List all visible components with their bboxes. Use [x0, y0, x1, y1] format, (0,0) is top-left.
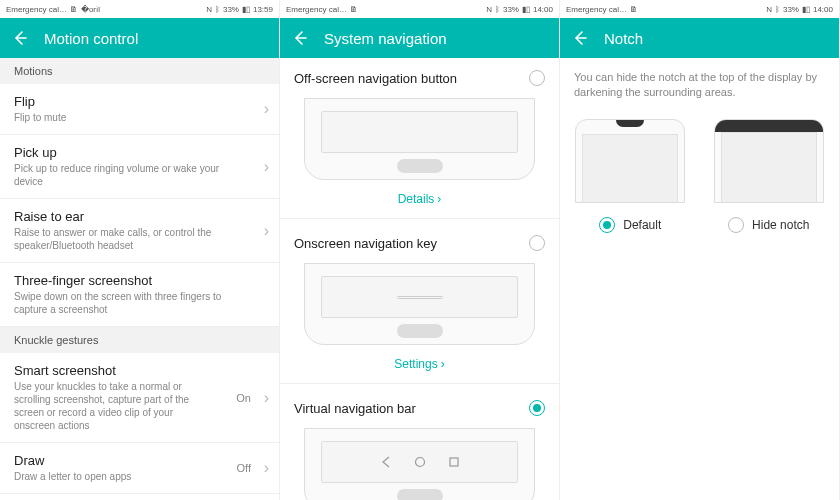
page-title: Notch	[604, 30, 643, 47]
sim-icon: 🗎	[350, 5, 358, 14]
option-label: Hide notch	[752, 218, 809, 232]
row-state: On	[236, 392, 251, 404]
bt-pct: 33%	[223, 5, 239, 14]
option-label: Onscreen navigation key	[294, 236, 437, 251]
row-splitscreen[interactable]: Split-screen gestureDraw a line across t…	[0, 494, 279, 500]
bt-icon: ᛒ	[775, 5, 780, 14]
notch-icon	[616, 120, 644, 127]
status-bar: Emergency cal…🗎 Nᛒ33%▮▯14:00	[280, 0, 559, 18]
section-knuckle: Knuckle gestures	[0, 327, 279, 353]
option-default[interactable]: Default	[566, 119, 695, 233]
status-bar: Emergency cal… 🗎 �огії N ᛒ33% ▮▯ 13:59	[0, 0, 279, 18]
nav-back-icon	[380, 456, 392, 468]
row-title: Smart screenshot	[14, 363, 212, 378]
details-link[interactable]: Details›	[280, 186, 559, 218]
option-hide-notch[interactable]: Hide notch	[705, 119, 834, 233]
back-button[interactable]	[292, 30, 308, 46]
status-emergency: Emergency cal…	[566, 5, 627, 14]
battery-icon: ▮▯	[802, 5, 810, 14]
row-sub: Raise to answer or make calls, or contro…	[14, 226, 241, 252]
chevron-right-icon: ›	[441, 357, 445, 371]
content[interactable]: Off-screen navigation button Details› On…	[280, 58, 559, 500]
divider	[280, 218, 559, 219]
chevron-right-icon: ›	[264, 459, 269, 477]
radio-selected[interactable]	[529, 400, 545, 416]
notch-options: Default Hide notch	[560, 119, 839, 233]
back-button[interactable]	[572, 30, 588, 46]
sim-icon: 🗎	[70, 5, 78, 14]
chevron-right-icon: ›	[264, 389, 269, 407]
bt-icon: ᛒ	[215, 5, 220, 14]
back-arrow-icon	[572, 30, 588, 46]
svg-point-0	[415, 458, 424, 467]
row-sub: Pick up to reduce ringing volume or wake…	[14, 162, 241, 188]
status-time: 14:00	[813, 5, 833, 14]
page-title: Motion control	[44, 30, 138, 47]
row-sub: Draw a letter to open apps	[14, 470, 213, 483]
home-pill-icon	[397, 324, 443, 338]
row-raise[interactable]: Raise to earRaise to answer or make call…	[0, 199, 279, 263]
row-state: Off	[237, 462, 251, 474]
battery-icon: ▮▯	[242, 5, 250, 14]
row-sub: Flip to mute	[14, 111, 241, 124]
battery-icon: ▮▯	[522, 5, 530, 14]
preview-onscreenkey	[304, 263, 535, 345]
nfc-icon: N	[206, 5, 212, 14]
chevron-right-icon: ›	[264, 158, 269, 176]
row-smart-screenshot[interactable]: Smart screenshotUse your knuckles to tak…	[0, 353, 279, 443]
screen-system-navigation: Emergency cal…🗎 Nᛒ33%▮▯14:00 System navi…	[280, 0, 560, 500]
bt-icon: ᛒ	[495, 5, 500, 14]
row-pickup[interactable]: Pick upPick up to reduce ringing volume …	[0, 135, 279, 199]
nfc-icon: N	[486, 5, 492, 14]
dark-bar-icon	[715, 120, 823, 132]
row-flip[interactable]: FlipFlip to mute ›	[0, 84, 279, 135]
status-emergency: Emergency cal…	[286, 5, 347, 14]
status-time: 13:59	[253, 5, 273, 14]
settings-link[interactable]: Settings›	[280, 351, 559, 383]
screen-notch: Emergency cal…🗎 Nᛒ33%▮▯14:00 Notch You c…	[560, 0, 840, 500]
nfc-icon: N	[766, 5, 772, 14]
status-bar: Emergency cal…🗎 Nᛒ33%▮▯14:00	[560, 0, 839, 18]
app-header: System navigation	[280, 18, 559, 58]
content[interactable]: You can hide the notch at the top of the…	[560, 58, 839, 500]
option-label: Default	[623, 218, 661, 232]
back-arrow-icon	[292, 30, 308, 46]
nav-home-icon	[414, 456, 426, 468]
option-label: Virtual navigation bar	[294, 401, 416, 416]
option-offscreen[interactable]: Off-screen navigation button	[280, 58, 559, 98]
preview-virtualbar	[304, 428, 535, 500]
content[interactable]: Motions FlipFlip to mute › Pick upPick u…	[0, 58, 279, 500]
sim-icon: 🗎	[630, 5, 638, 14]
nav-recent-icon	[448, 456, 460, 468]
status-time: 14:00	[533, 5, 553, 14]
divider	[280, 383, 559, 384]
screen-motion-control: Emergency cal… 🗎 �огії N ᛒ33% ▮▯ 13:59 M…	[0, 0, 280, 500]
radio-unselected[interactable]	[728, 217, 744, 233]
row-threefinger[interactable]: Three-finger screenshotSwipe down on the…	[0, 263, 279, 327]
radio-unselected[interactable]	[529, 70, 545, 86]
chevron-right-icon: ›	[437, 192, 441, 206]
row-title: Pick up	[14, 145, 241, 160]
radio-unselected[interactable]	[529, 235, 545, 251]
preview-default	[575, 119, 685, 203]
bt-pct: 33%	[783, 5, 799, 14]
row-sub: Use your knuckles to take a normal or sc…	[14, 380, 212, 432]
option-virtual-bar[interactable]: Virtual navigation bar	[280, 388, 559, 428]
wifi-icon: �огії	[81, 5, 100, 14]
back-button[interactable]	[12, 30, 28, 46]
chevron-right-icon: ›	[264, 100, 269, 118]
page-title: System navigation	[324, 30, 447, 47]
svg-rect-1	[450, 458, 458, 466]
radio-selected[interactable]	[599, 217, 615, 233]
home-pill-icon	[397, 489, 443, 500]
preview-screen	[321, 276, 518, 318]
row-title: Three-finger screenshot	[14, 273, 241, 288]
nav-key-icon	[397, 296, 443, 299]
preview-screen	[721, 132, 817, 202]
row-draw[interactable]: DrawDraw a letter to open apps Off ›	[0, 443, 279, 494]
preview-screen	[321, 111, 518, 153]
section-motions: Motions	[0, 58, 279, 84]
preview-hide	[714, 119, 824, 203]
option-onscreen-key[interactable]: Onscreen navigation key	[280, 223, 559, 263]
row-title: Raise to ear	[14, 209, 241, 224]
